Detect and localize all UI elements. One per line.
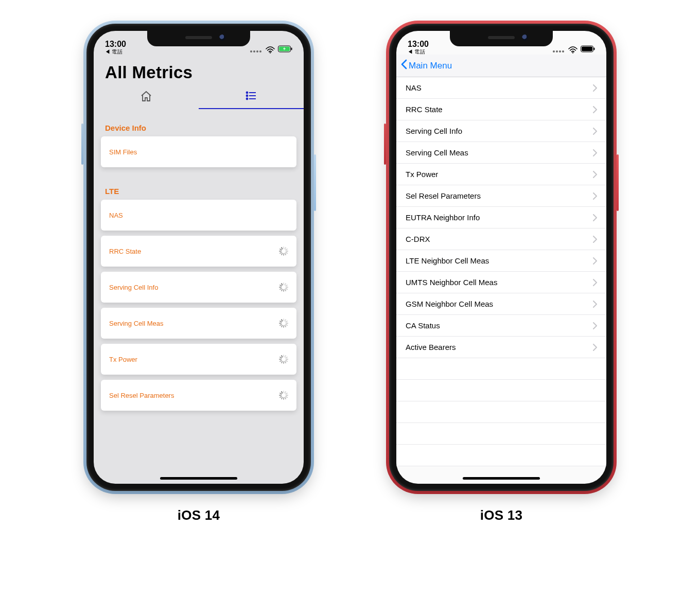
back-to-app-hint[interactable]: ◀ 電話 <box>105 49 126 55</box>
section-header: LTE <box>94 172 304 200</box>
home-icon <box>140 90 152 104</box>
loading-spinner-icon <box>279 355 288 364</box>
empty-row <box>396 380 606 401</box>
empty-row <box>396 445 606 466</box>
back-to-app-hint[interactable]: ◀ 電話 <box>408 49 429 55</box>
chevron-right-icon <box>592 171 597 178</box>
metric-card[interactable]: NAS <box>101 200 296 231</box>
list-row-label: NAS <box>406 83 422 92</box>
metric-card[interactable]: Tx Power <box>101 344 296 375</box>
status-time: 13:00 <box>105 40 126 48</box>
list-row-label: Serving Cell Info <box>406 127 462 135</box>
list-row[interactable]: Tx Power <box>396 164 606 185</box>
wifi-icon <box>568 46 577 54</box>
home-indicator[interactable] <box>160 477 237 480</box>
phone-frame-ios13: 13:00 ◀ 電話 <box>386 21 617 494</box>
list-row-label: UMTS Neighbor Cell Meas <box>406 278 497 287</box>
chevron-right-icon <box>592 106 597 113</box>
battery-icon <box>581 45 595 55</box>
section-header: Device Info <box>94 109 304 136</box>
back-button[interactable]: Main Menu <box>400 59 452 72</box>
svg-rect-13 <box>582 47 592 51</box>
svg-point-0 <box>270 52 271 53</box>
chevron-right-icon <box>592 279 597 286</box>
svg-rect-2 <box>291 48 292 50</box>
list-row[interactable]: GSM Neighbor Cell Meas <box>396 293 606 315</box>
empty-row <box>396 401 606 423</box>
list-row[interactable]: Serving Cell Info <box>396 120 606 142</box>
chevron-right-icon <box>592 236 597 243</box>
metric-card-label: RRC State <box>109 248 141 255</box>
phone-frame-ios14: 13:00 ◀ 電話 <box>83 21 314 494</box>
list-row[interactable]: RRC State <box>396 99 606 120</box>
empty-row <box>396 423 606 445</box>
notch <box>450 31 553 46</box>
metric-card[interactable]: Serving Cell Info <box>101 272 296 303</box>
list-row[interactable]: EUTRA Neighbor Info <box>396 207 606 228</box>
status-time: 13:00 <box>408 40 429 48</box>
cellular-dots-icon <box>553 45 565 55</box>
list-row-label: RRC State <box>406 105 443 114</box>
metric-card[interactable]: RRC State <box>101 236 296 267</box>
list-row-label: CA Status <box>406 321 440 330</box>
metric-card-label: Serving Cell Meas <box>109 320 164 327</box>
svg-rect-12 <box>594 48 595 50</box>
list-row[interactable]: Active Bearers <box>396 337 606 358</box>
cellular-dots-icon <box>250 45 262 55</box>
metric-card-label: Sel Resel Parameters <box>109 392 174 399</box>
chevron-left-icon <box>400 59 408 72</box>
nav-bar: Main Menu <box>396 55 606 77</box>
list-icon <box>245 90 257 104</box>
chevron-right-icon <box>592 257 597 265</box>
list-row[interactable]: UMTS Neighbor Cell Meas <box>396 272 606 293</box>
list-row[interactable]: NAS <box>396 77 606 99</box>
svg-point-5 <box>247 95 248 97</box>
tab-home[interactable] <box>94 85 199 109</box>
list-row[interactable]: Serving Cell Meas <box>396 142 606 164</box>
caption-ios14: iOS 14 <box>83 507 314 523</box>
back-label: Main Menu <box>409 61 452 71</box>
list-row-label: LTE Neighbor Cell Meas <box>406 256 489 265</box>
list-row[interactable]: CA Status <box>396 315 606 337</box>
list-row-label: Serving Cell Meas <box>406 148 468 157</box>
list-row-label: Active Bearers <box>406 343 456 351</box>
chevron-right-icon <box>592 149 597 156</box>
metric-card[interactable]: Sel Resel Parameters <box>101 380 296 411</box>
loading-spinner-icon <box>279 319 288 328</box>
wifi-icon <box>266 46 275 54</box>
svg-point-6 <box>247 98 248 100</box>
list-row[interactable]: Sel Resel Parameters <box>396 185 606 207</box>
page-title: All Metrics <box>94 55 304 85</box>
svg-point-4 <box>247 92 248 94</box>
chevron-right-icon <box>592 344 597 351</box>
chevron-right-icon <box>592 214 597 221</box>
notch <box>147 31 250 46</box>
chevron-right-icon <box>592 322 597 329</box>
screen-ios14: 13:00 ◀ 電話 <box>94 31 304 484</box>
list-row-label: EUTRA Neighbor Info <box>406 213 480 222</box>
screen-ios13: 13:00 ◀ 電話 <box>396 31 606 484</box>
list-row-label: C-DRX <box>406 235 430 243</box>
metric-card-label: NAS <box>109 212 123 219</box>
list-row[interactable]: LTE Neighbor Cell Meas <box>396 250 606 272</box>
list-row-label: Tx Power <box>406 170 438 179</box>
chevron-right-icon <box>592 84 597 92</box>
metrics-list: NASRRC StateServing Cell InfoServing Cel… <box>396 77 606 466</box>
list-row-label: GSM Neighbor Cell Meas <box>406 300 493 308</box>
svg-point-10 <box>572 52 573 53</box>
list-row-label: Sel Resel Parameters <box>406 191 481 200</box>
empty-row <box>396 358 606 380</box>
tab-list[interactable] <box>199 85 304 109</box>
caption-ios13: iOS 13 <box>386 507 617 523</box>
home-indicator[interactable] <box>463 477 540 480</box>
loading-spinner-icon <box>279 391 288 400</box>
list-row[interactable]: C-DRX <box>396 228 606 250</box>
loading-spinner-icon <box>279 283 288 292</box>
chevron-right-icon <box>592 128 597 135</box>
chevron-right-icon <box>592 192 597 200</box>
loading-spinner-icon <box>279 247 288 256</box>
metric-card[interactable]: SIM Files <box>101 136 296 167</box>
top-tabs <box>94 85 304 109</box>
metric-card[interactable]: Serving Cell Meas <box>101 308 296 339</box>
battery-charging-icon <box>278 45 292 55</box>
